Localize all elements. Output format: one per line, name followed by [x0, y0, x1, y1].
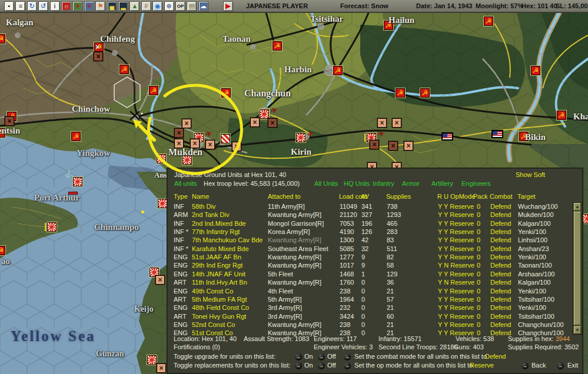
- tab-all-units[interactable]: All Units: [314, 180, 338, 188]
- soviet-unit-icon[interactable]: ☭: [273, 41, 282, 51]
- submarine-icon[interactable]: ▂: [118, 1, 128, 11]
- soviet-unit-icon[interactable]: ☭: [384, 21, 393, 30]
- japanese-unit-icon[interactable]: [157, 154, 166, 163]
- save-icon[interactable]: ▪: [4, 1, 14, 11]
- soviet-unit-icon[interactable]: ☭: [420, 88, 430, 98]
- combat-mode-value[interactable]: Defend: [485, 353, 506, 360]
- back-button-icon[interactable]: →: [521, 362, 529, 369]
- unit-row-2nd-tank-div[interactable]: ARM2nd Tank DivKwantung Army[R]211203271…: [167, 211, 571, 219]
- col-combat[interactable]: Combat: [490, 193, 513, 201]
- soviet-unit-icon[interactable]: ☭: [557, 111, 566, 120]
- replacements-off-label[interactable]: Off: [327, 362, 335, 369]
- soviet-unit-icon[interactable]: ☭×: [94, 42, 104, 52]
- unit-row-5th-medium-fa-rgt[interactable]: ART5th Medium FA Rgt5th Army[R]1964057Y …: [167, 295, 571, 303]
- op-mode-icon[interactable]: OP: [175, 1, 185, 11]
- world-map-icon[interactable]: ◉: [152, 1, 162, 11]
- soviet-unit-icon[interactable]: ☭: [0, 34, 5, 44]
- soviet-unit-icon[interactable]: ☭: [0, 246, 5, 255]
- japan-flag-icon[interactable]: ☼: [61, 1, 71, 11]
- fortress-icon[interactable]: ×: [268, 118, 277, 128]
- air-combat-icon[interactable]: ✈: [72, 1, 82, 11]
- unit-row-77th-infantry-rgt[interactable]: INF *77th Infantry RgtKorea Army[R]41901…: [167, 228, 571, 236]
- flag-icon[interactable]: ⚑: [95, 1, 105, 11]
- japanese-unit-icon[interactable]: [583, 214, 588, 223]
- fortress-icon[interactable]: ×: [388, 141, 398, 151]
- info-icon[interactable]: i: [50, 1, 60, 11]
- unit-row-51st-jaaf-af-bn[interactable]: ENG51st JAAF AF BnKwantung Army[R]127798…: [167, 253, 571, 261]
- col-pack[interactable]: Pack: [473, 193, 487, 201]
- fortress-icon[interactable]: ×: [94, 52, 103, 61]
- us-flag-icon[interactable]: [492, 131, 503, 138]
- base-depot-icon[interactable]: ×: [250, 118, 260, 127]
- set-combat-mode-button[interactable]: →: [344, 353, 351, 360]
- col-av[interactable]: AV: [361, 193, 369, 201]
- tab-infantry[interactable]: Infantry: [373, 180, 394, 188]
- unit-row-48th-field-const-co[interactable]: ENG48th Field Const Co3rd Army[R]232021Y…: [167, 303, 571, 312]
- soviet-unit-icon[interactable]: ☭: [519, 132, 529, 141]
- unit-row-11th-ind-hvy-art-bn[interactable]: ART11th Ind.Hvy.Art BnKwantung Army[R]17…: [167, 278, 571, 286]
- base-depot-icon[interactable]: ×: [190, 139, 200, 148]
- air-group-icon[interactable]: ✈: [204, 129, 214, 139]
- tab-armor[interactable]: Armor: [402, 180, 420, 188]
- end-turn-button[interactable]: ▶: [223, 1, 233, 11]
- ground-icon[interactable]: ▲: [129, 1, 139, 11]
- soviet-unit-icon[interactable]: ☭: [484, 16, 493, 26]
- base-depot-icon[interactable]: ×: [155, 275, 165, 285]
- base-depot-icon[interactable]: ×: [377, 118, 387, 128]
- upgrade-off-button[interactable]: →: [318, 353, 325, 360]
- ship-icon[interactable]: [68, 192, 78, 195]
- rail-icon[interactable]: #: [141, 1, 151, 11]
- col-attached[interactable]: Attached to: [268, 193, 301, 201]
- japanese-unit-icon[interactable]: [260, 109, 269, 119]
- strategic-view-icon[interactable]: ⊕: [164, 1, 174, 11]
- unit-row-49th-const-co[interactable]: ENG49th Const Co4th Fleet238021Y Y Reser…: [167, 287, 571, 295]
- replacements-on-label[interactable]: On: [304, 362, 313, 369]
- fortress-icon[interactable]: ×: [370, 140, 379, 149]
- upgrade-on-button[interactable]: →: [295, 353, 302, 360]
- unit-row-29th-ind-engr-rgt[interactable]: ENG29th Ind Engr RgtKwantung Army[R]1017…: [167, 261, 571, 269]
- soviet-unit-icon[interactable]: ☭: [149, 86, 158, 95]
- unit-list-scrollbar[interactable]: ▲ ▼: [573, 202, 582, 335]
- engineer-unit-icon[interactable]: [221, 134, 230, 143]
- tab-engineers[interactable]: Engineers: [461, 180, 491, 188]
- orders-report-icon[interactable]: ≡: [15, 1, 25, 11]
- op-mode-value[interactable]: Reserve: [470, 362, 494, 369]
- scroll-up-button[interactable]: ▲: [574, 203, 581, 211]
- exit-button-icon[interactable]: →: [557, 362, 564, 369]
- tab-hq-units[interactable]: HQ Units: [344, 180, 370, 188]
- prev-unit-icon[interactable]: ↺: [38, 1, 48, 11]
- fortress-icon[interactable]: ×: [5, 116, 14, 126]
- col-ru-opmode[interactable]: R U OpMode: [437, 193, 475, 201]
- unit-row-58th-div[interactable]: INF58th Div11th Army[R]11049341738Y Y Re…: [167, 202, 571, 211]
- replacements-on-button[interactable]: →: [295, 362, 302, 369]
- soviet-unit-icon[interactable]: ☭: [0, 128, 5, 138]
- base-depot-icon[interactable]: ×: [205, 140, 215, 149]
- fortress-icon[interactable]: ×: [174, 128, 184, 138]
- japanese-unit-icon[interactable]: [147, 355, 157, 365]
- exit-button[interactable]: Exit: [567, 362, 578, 369]
- air-group-icon[interactable]: ✈: [376, 129, 387, 139]
- tab-artillery[interactable]: Artillery: [431, 180, 453, 188]
- base-depot-icon[interactable]: ×: [404, 141, 413, 151]
- base-depot-icon[interactable]: ×: [232, 142, 241, 151]
- unit-row-52nd-const-co[interactable]: ENG52nd Const CoKwantung Army[R]238021Y …: [167, 320, 571, 329]
- air-transfer-icon[interactable]: ✈: [84, 1, 94, 11]
- base-depot-icon[interactable]: ×: [182, 119, 191, 128]
- waypoint-dot-icon[interactable]: [141, 211, 144, 213]
- soviet-unit-icon[interactable]: ☭: [396, 88, 405, 98]
- show-soft-toggle[interactable]: Show Soft: [516, 171, 545, 179]
- us-flag-icon[interactable]: [442, 133, 453, 140]
- soviet-unit-icon[interactable]: ☭: [531, 66, 540, 75]
- unit-row-2nd-ind-mixed-bde[interactable]: INF2nd Ind.Mixed BdeMongol Garrison[R]70…: [167, 219, 571, 228]
- japanese-unit-icon[interactable]: [47, 222, 57, 232]
- soviet-unit-icon[interactable]: ☭: [221, 88, 231, 98]
- scroll-down-button[interactable]: ▼: [574, 326, 581, 334]
- weather-icon[interactable]: ☁: [198, 1, 208, 11]
- japanese-unit-icon[interactable]: [73, 177, 82, 186]
- naval-icon[interactable]: ▄: [107, 1, 117, 11]
- soviet-unit-icon[interactable]: ☭: [71, 132, 81, 141]
- replacements-off-button[interactable]: →: [318, 362, 325, 369]
- japanese-unit-icon[interactable]: [158, 199, 167, 208]
- col-type[interactable]: Type: [174, 193, 188, 201]
- base-depot-icon[interactable]: ×: [392, 118, 401, 128]
